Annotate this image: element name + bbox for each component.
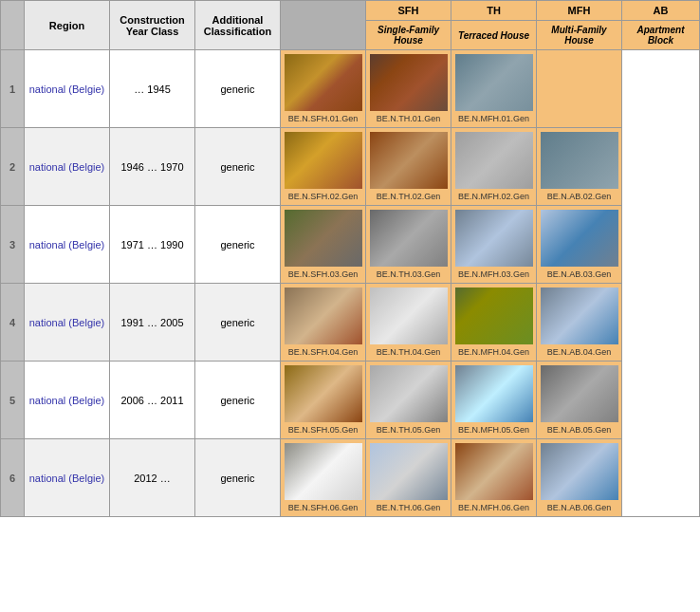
building-image-ab [541,287,618,344]
column-divider [281,1,366,50]
building-code-ab: BE.N.AB.02.Gen [539,192,619,201]
header-year: Construction Year Class [110,1,195,50]
cell-mfh[interactable]: BE.N.MFH.06.Gen [451,439,537,517]
building-image-sfh [285,365,362,422]
building-code-sfh: BE.N.SFH.01.Gen [283,114,363,123]
cell-mfh[interactable]: BE.N.MFH.04.Gen [451,284,537,362]
row-number: 3 [1,206,25,284]
header-mfh-label: Multi-Family House [537,21,622,50]
building-code-sfh: BE.N.SFH.06.Gen [283,503,363,512]
cell-ab[interactable]: BE.N.AB.06.Gen [537,439,622,517]
building-code-ab: BE.N.AB.04.Gen [539,347,619,357]
cell-year: 2012 … [110,439,195,517]
header-region: Region [25,1,110,50]
cell-ab[interactable]: BE.N.AB.03.Gen [537,206,622,284]
building-image-sfh [285,443,362,500]
cell-year: … 1945 [110,50,195,128]
cell-ab [537,50,622,128]
table-row: 5national (Belgie)2006 … 2011genericBE.N… [1,362,700,439]
building-code-mfh: BE.N.MFH.06.Gen [453,503,534,512]
cell-sfh[interactable]: BE.N.SFH.03.Gen [281,206,366,284]
building-image-mfh [455,132,533,189]
building-image-th [370,443,448,500]
building-code-mfh: BE.N.MFH.03.Gen [453,269,534,279]
header-additional: Additional Classification [195,1,281,50]
building-code-sfh: BE.N.SFH.02.Gen [283,192,363,201]
cell-mfh[interactable]: BE.N.MFH.03.Gen [451,206,537,284]
table-row: 3national (Belgie)1971 … 1990genericBE.N… [1,206,700,284]
cell-mfh[interactable]: BE.N.MFH.05.Gen [451,362,537,439]
cell-classification: generic [195,50,281,128]
cell-region: national (Belgie) [25,439,110,517]
header-th-code: TH [451,1,537,21]
building-image-ab [541,443,618,500]
cell-year: 1946 … 1970 [110,128,195,206]
cell-year: 1991 … 2005 [110,284,195,362]
header-mfh-code: MFH [537,1,622,21]
building-code-mfh: BE.N.MFH.01.Gen [453,114,534,123]
cell-classification: generic [195,362,281,439]
building-code-sfh: BE.N.SFH.05.Gen [283,425,363,435]
header-rownum [1,1,25,50]
cell-region: national (Belgie) [25,362,110,439]
header-th-label: Terraced House [451,21,537,50]
cell-classification: generic [195,284,281,362]
cell-region: national (Belgie) [25,284,110,362]
building-image-sfh [285,132,362,189]
building-image-th [370,210,448,267]
cell-sfh[interactable]: BE.N.SFH.04.Gen [281,284,366,362]
building-image-mfh [455,365,533,422]
building-code-th: BE.N.TH.02.Gen [368,192,449,201]
building-image-th [370,287,448,344]
building-code-th: BE.N.TH.03.Gen [368,269,449,279]
table-row: 2national (Belgie)1946 … 1970genericBE.N… [1,128,700,206]
cell-sfh[interactable]: BE.N.SFH.01.Gen [281,50,366,128]
building-catalog-table: Region Construction Year Class Additiona… [0,0,700,517]
row-number: 2 [1,128,25,206]
cell-ab[interactable]: BE.N.AB.02.Gen [537,128,622,206]
cell-year: 1971 … 1990 [110,206,195,284]
cell-region: national (Belgie) [25,50,110,128]
building-image-sfh [285,54,362,111]
building-code-th: BE.N.TH.04.Gen [368,347,449,357]
building-image-ab [541,210,618,267]
cell-th[interactable]: BE.N.TH.02.Gen [366,128,451,206]
building-code-ab: BE.N.AB.03.Gen [539,269,619,279]
building-code-th: BE.N.TH.06.Gen [368,503,449,512]
table-row: 6national (Belgie)2012 …genericBE.N.SFH.… [1,439,700,517]
header-sfh-label: Single-Family House [366,21,451,50]
cell-sfh[interactable]: BE.N.SFH.05.Gen [281,362,366,439]
building-code-ab: BE.N.AB.06.Gen [539,503,619,512]
cell-th[interactable]: BE.N.TH.06.Gen [366,439,451,517]
building-code-sfh: BE.N.SFH.03.Gen [283,269,363,279]
cell-th[interactable]: BE.N.TH.05.Gen [366,362,451,439]
cell-mfh[interactable]: BE.N.MFH.02.Gen [451,128,537,206]
cell-region: national (Belgie) [25,206,110,284]
building-image-ab [541,132,618,189]
cell-th[interactable]: BE.N.TH.03.Gen [366,206,451,284]
row-number: 6 [1,439,25,517]
building-image-sfh [285,287,362,344]
building-image-mfh [455,54,533,111]
building-image-ab [541,365,618,422]
cell-ab[interactable]: BE.N.AB.05.Gen [537,362,622,439]
building-image-th [370,54,448,111]
cell-th[interactable]: BE.N.TH.01.Gen [366,50,451,128]
table-row: 1national (Belgie)… 1945genericBE.N.SFH.… [1,50,700,128]
cell-region: national (Belgie) [25,128,110,206]
cell-classification: generic [195,439,281,517]
cell-ab[interactable]: BE.N.AB.04.Gen [537,284,622,362]
building-code-mfh: BE.N.MFH.02.Gen [453,192,534,201]
header-ab-label: Apartment Block [622,21,700,50]
cell-th[interactable]: BE.N.TH.04.Gen [366,284,451,362]
building-code-ab: BE.N.AB.05.Gen [539,425,619,435]
cell-mfh[interactable]: BE.N.MFH.01.Gen [451,50,537,128]
row-number: 1 [1,50,25,128]
building-code-th: BE.N.TH.01.Gen [368,114,449,123]
cell-sfh[interactable]: BE.N.SFH.06.Gen [281,439,366,517]
cell-sfh[interactable]: BE.N.SFH.02.Gen [281,128,366,206]
building-image-th [370,365,448,422]
row-number: 4 [1,284,25,362]
building-image-mfh [455,287,533,344]
cell-year: 2006 … 2011 [110,362,195,439]
